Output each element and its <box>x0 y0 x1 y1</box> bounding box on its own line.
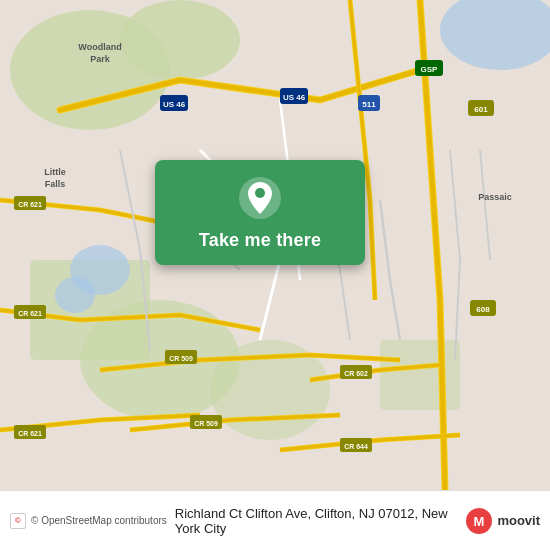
svg-text:601: 601 <box>474 105 488 114</box>
svg-point-9 <box>55 277 95 313</box>
svg-text:CR 644: CR 644 <box>344 443 368 450</box>
svg-text:Passaic: Passaic <box>478 192 512 202</box>
svg-text:Little: Little <box>44 167 66 177</box>
svg-point-2 <box>120 0 240 80</box>
svg-text:CR 509: CR 509 <box>194 420 218 427</box>
osm-attribution: © © OpenStreetMap contributors <box>10 513 167 529</box>
svg-text:Woodland: Woodland <box>78 42 121 52</box>
svg-point-42 <box>255 188 265 198</box>
osm-credit-text: © OpenStreetMap contributors <box>31 515 167 526</box>
svg-text:GSP: GSP <box>421 65 439 74</box>
moovit-branding: M moovit <box>465 507 540 535</box>
footer-bar: © © OpenStreetMap contributors Richland … <box>0 490 550 550</box>
svg-text:CR 602: CR 602 <box>344 370 368 377</box>
moovit-logo-icon: M <box>465 507 493 535</box>
svg-text:Park: Park <box>90 54 111 64</box>
svg-text:M: M <box>474 514 485 529</box>
svg-text:US 46: US 46 <box>283 93 306 102</box>
svg-text:Falls: Falls <box>45 179 66 189</box>
svg-text:CR 621: CR 621 <box>18 201 42 208</box>
svg-text:CR 509: CR 509 <box>169 355 193 362</box>
svg-text:US 46: US 46 <box>163 100 186 109</box>
address-label: Richland Ct Clifton Ave, Clifton, NJ 070… <box>167 506 466 536</box>
take-me-there-button[interactable]: Take me there <box>199 230 321 251</box>
svg-text:CR 621: CR 621 <box>18 310 42 317</box>
svg-rect-6 <box>380 340 460 410</box>
navigation-card[interactable]: Take me there <box>155 160 365 265</box>
moovit-text: moovit <box>497 513 540 528</box>
osm-logo-icon: © <box>10 513 26 529</box>
location-pin-icon <box>238 176 282 220</box>
svg-text:CR 621: CR 621 <box>18 430 42 437</box>
svg-text:608: 608 <box>476 305 490 314</box>
svg-text:511: 511 <box>362 100 376 109</box>
map-area: US 46 US 46 GSP 511 601 608 CR 621 CR 62… <box>0 0 550 490</box>
